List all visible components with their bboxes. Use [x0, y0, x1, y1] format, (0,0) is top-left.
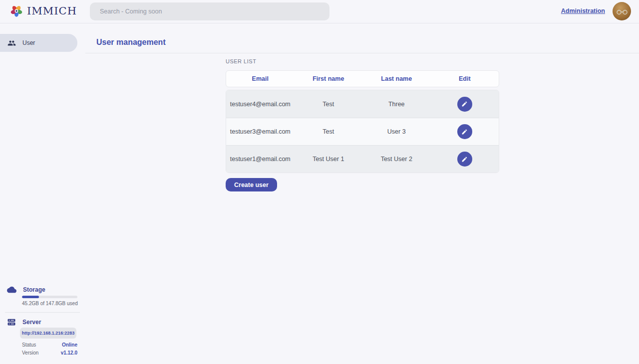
create-user-button[interactable]: Create user: [226, 178, 277, 191]
user-first-name: Test User 1: [295, 156, 363, 163]
user-table: testuser4@email.com Test Three testuser3…: [226, 90, 499, 173]
user-avatar[interactable]: [613, 2, 631, 20]
edit-user-button[interactable]: [457, 97, 472, 112]
status-label: Status: [22, 342, 36, 348]
user-table-header: Email First name Last name Edit: [226, 70, 499, 87]
server-version-row: Version v1.12.0: [22, 350, 77, 356]
server-url-badge: http://192.168.1.216:2283: [20, 328, 76, 339]
pencil-icon: [461, 156, 468, 163]
storage-progress-bar: [22, 296, 77, 298]
server-section-header: Server: [7, 318, 41, 327]
administration-link[interactable]: Administration: [561, 7, 605, 14]
user-last-name: User 3: [362, 128, 431, 135]
user-first-name: Test: [295, 128, 363, 135]
top-bar: IMMICH Administration: [0, 0, 639, 23]
glasses-icon: [616, 9, 628, 15]
column-header-email: Email: [226, 75, 295, 82]
user-email: testuser3@email.com: [226, 128, 295, 135]
table-row: testuser4@email.com Test Three: [226, 90, 499, 118]
server-icon: [7, 318, 16, 327]
storage-section-header: Storage: [7, 286, 45, 293]
storage-title: Storage: [23, 286, 45, 293]
user-email: testuser4@email.com: [226, 101, 295, 108]
edit-user-button[interactable]: [457, 152, 472, 167]
status-value: Online: [62, 342, 77, 348]
column-header-first-name: First name: [295, 75, 363, 82]
column-header-last-name: Last name: [362, 75, 431, 82]
version-label: Version: [22, 350, 38, 356]
sidebar-divider: [5, 312, 80, 313]
pencil-icon: [461, 101, 468, 107]
user-list-label: USER LIST: [226, 58, 256, 64]
users-icon: [7, 39, 16, 47]
server-title: Server: [22, 319, 41, 326]
table-row: testuser1@email.com Test User 1 Test Use…: [226, 145, 499, 173]
sidebar-item-user[interactable]: User: [0, 34, 77, 52]
pencil-icon: [461, 129, 468, 135]
version-value: v1.12.0: [61, 350, 77, 356]
user-last-name: Three: [362, 101, 431, 108]
page-title: User management: [96, 38, 166, 47]
content-divider: [85, 53, 639, 53]
storage-progress-fill: [22, 296, 39, 298]
immich-logo[interactable]: IMMICH: [10, 4, 77, 17]
edit-user-button[interactable]: [457, 124, 472, 139]
server-status-row: Status Online: [22, 342, 77, 348]
user-first-name: Test: [295, 101, 363, 108]
table-row: testuser3@email.com Test User 3: [226, 118, 499, 145]
storage-usage-text: 45.2GB of 147.8GB used: [22, 301, 78, 306]
column-header-edit: Edit: [431, 75, 499, 82]
user-email: testuser1@email.com: [226, 156, 295, 163]
immich-flower-icon: [10, 4, 23, 17]
cloud-icon: [7, 286, 16, 293]
user-last-name: Test User 2: [362, 156, 431, 163]
sidebar-item-label: User: [22, 39, 35, 46]
app-title: IMMICH: [27, 5, 77, 17]
search-input[interactable]: [90, 2, 329, 20]
